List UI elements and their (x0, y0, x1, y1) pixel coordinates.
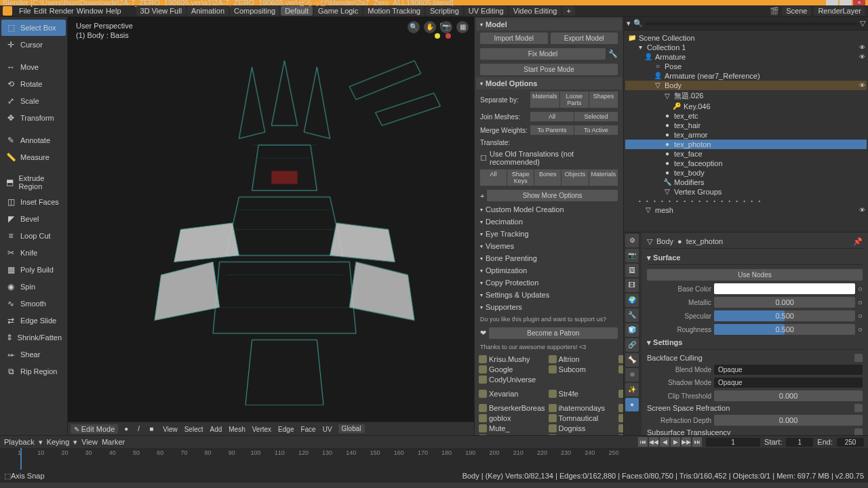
play-rev-icon[interactable]: ◀ (660, 437, 669, 447)
join-opts-all[interactable]: All (530, 112, 574, 121)
mode-dropdown[interactable]: ✎ Edit Mode (71, 424, 118, 434)
tool-edge-slide[interactable]: ⇄Edge Slide (1, 312, 66, 329)
join-opts-selected[interactable]: Selected (574, 112, 618, 121)
sep-opts-shapes[interactable]: Shapes (589, 92, 618, 108)
sep-opts-loose-parts[interactable]: Loose Parts (560, 92, 589, 108)
vp-menu-add[interactable]: Add (206, 425, 225, 434)
scene-collection[interactable]: 📁Scene Collection (625, 33, 867, 43)
trans-opts-shape-keys[interactable]: Shape Keys (507, 169, 534, 186)
props-tab-10[interactable]: ✨ (625, 383, 639, 396)
pin-icon[interactable]: 📌 (853, 237, 863, 246)
metallic-slider[interactable]: 0.000 (714, 297, 855, 308)
minimize-button[interactable]: – (826, 0, 838, 5)
selmode-edge[interactable]: / (134, 424, 143, 433)
tree-vertex-groups[interactable]: ▽Vertex Groups (625, 187, 867, 197)
tree-無題-026[interactable]: ▽無題.026 (625, 90, 867, 102)
tool-select-box[interactable]: ⬚Select Box (1, 20, 66, 36)
tab-animation[interactable]: Animation (187, 6, 229, 16)
play-icon[interactable]: ▶ (671, 437, 680, 447)
section-visemes[interactable]: Visemes (476, 240, 622, 252)
sss-checkbox[interactable] (854, 428, 863, 435)
patron-button[interactable]: Become a Patron (489, 327, 618, 339)
tool-shrink-fatten[interactable]: ⇕Shrink/Fatten (1, 329, 66, 346)
tool-inset-faces[interactable]: ◫Inset Faces (1, 194, 66, 210)
tool-extrude-region[interactable]: ⬒Extrude Region (1, 171, 66, 193)
vp-menu-view[interactable]: View (159, 425, 181, 434)
tab-video-editing[interactable]: Video Editing (509, 6, 561, 16)
vp-menu-select[interactable]: Select (181, 425, 207, 434)
tree-mesh[interactable]: ▽mesh👁 (625, 205, 867, 215)
tree-tex_photon[interactable]: ●tex_photon (625, 140, 867, 149)
menu-render[interactable]: Render (48, 7, 75, 15)
tree-modifiers[interactable]: 🔧Modifiers (625, 178, 867, 187)
tab-default[interactable]: Default (281, 6, 313, 16)
view-menu[interactable]: View (81, 438, 98, 446)
tree-body[interactable]: ▽Body👁 (625, 81, 867, 90)
export-model-button[interactable]: Export Model (551, 33, 618, 44)
next-key-icon[interactable]: ▶▶ (682, 437, 691, 447)
section-settings---updates[interactable]: Settings & Updates (476, 289, 622, 301)
orientation-dropdown[interactable]: Global (338, 424, 365, 433)
prev-key-icon[interactable]: ◀◀ (649, 437, 658, 447)
model-panel-header[interactable]: Model (476, 18, 622, 30)
tool-spin[interactable]: ◉Spin (1, 279, 66, 295)
tab-+[interactable]: + (562, 6, 574, 16)
marker-menu[interactable]: Marker (102, 438, 125, 446)
vp-menu-face[interactable]: Face (297, 425, 319, 434)
menu-window[interactable]: Window (75, 7, 104, 15)
ssr-checkbox[interactable] (854, 404, 863, 412)
section-supporters[interactable]: Supporters (476, 301, 622, 313)
tool-poly-build[interactable]: ▦Poly Build (1, 262, 66, 278)
props-tab-5[interactable]: 🔧 (625, 308, 639, 322)
props-tab-4[interactable]: 🌍 (625, 293, 639, 307)
props-tab-1[interactable]: 📷 (625, 249, 639, 262)
tree-tex_hair[interactable]: ●tex_hair (625, 121, 867, 130)
props-tab-6[interactable]: 🧊 (625, 323, 639, 337)
roughness-slider[interactable]: 0.500 (714, 324, 855, 335)
blend-mode-dropdown[interactable]: Opaque (714, 365, 863, 375)
close-button[interactable]: × (853, 0, 865, 5)
tab-motion-tracking[interactable]: Motion Tracking (363, 6, 425, 16)
section-bone-parenting[interactable]: Bone Parenting (476, 252, 622, 264)
jump-start-icon[interactable]: ⏮ (638, 437, 648, 447)
merge-opts-to-parents[interactable]: To Parents (530, 125, 574, 135)
tool-transform[interactable]: ✥Transform (1, 110, 66, 126)
tree-pose[interactable]: ○Pose (625, 62, 867, 71)
fix-model-button[interactable]: Fix Model (480, 48, 606, 60)
end-frame[interactable]: 250 (837, 438, 864, 447)
merge-opts-to-active[interactable]: To Active (574, 125, 618, 135)
trans-opts-all[interactable]: All (480, 169, 507, 186)
vp-menu-uv[interactable]: UV (319, 425, 336, 434)
selmode-vertex[interactable]: ● (121, 424, 132, 433)
refraction-slider[interactable]: 0.000 (714, 415, 863, 426)
tool-knife[interactable]: ✂Knife (1, 245, 66, 261)
tool-annotate[interactable]: ✎Annotate (1, 132, 66, 148)
clip-slider[interactable]: 0.000 (714, 390, 863, 401)
outliner-search[interactable] (646, 22, 857, 25)
link-icon[interactable]: ○ (858, 285, 863, 293)
tree-key-046[interactable]: 🔑Key.046 (625, 102, 867, 111)
scene-field[interactable]: Scene (782, 6, 811, 16)
section-eye-tracking[interactable]: Eye Tracking (476, 228, 622, 240)
surface-header[interactable]: ▾ Surface (647, 251, 863, 265)
start-pose-button[interactable]: Start Pose Mode (480, 64, 618, 75)
tree-armature-(near7_reference)[interactable]: 👤Armature (near7_Reference) (625, 71, 867, 81)
props-tab-11[interactable]: ● (625, 398, 639, 411)
import-model-button[interactable]: Import Model (480, 33, 548, 44)
tool-rotate[interactable]: ⟲Rotate (1, 76, 66, 92)
section-copy-protection[interactable]: Copy Protection (476, 277, 622, 289)
menu-file[interactable]: File (18, 7, 33, 15)
props-tab-2[interactable]: 🖼 (625, 264, 639, 277)
tool-shear[interactable]: ⬰Shear (1, 346, 66, 363)
tool-smooth[interactable]: ∿Smooth (1, 296, 66, 312)
tool-bevel[interactable]: ◤Bevel (1, 211, 66, 227)
vp-menu-edge[interactable]: Edge (275, 425, 297, 434)
vp-menu-mesh[interactable]: Mesh (225, 425, 248, 434)
wrench-icon[interactable]: 🔧 (608, 49, 618, 58)
specular-slider[interactable]: 0.500 (714, 310, 855, 321)
section-optimization[interactable]: Optimization (476, 264, 622, 277)
section-custom-model-creation[interactable]: Custom Model Creation (476, 203, 622, 216)
tool-cursor[interactable]: ✛Cursor (1, 37, 66, 53)
trans-opts-materials[interactable]: Materials (589, 169, 618, 186)
tree-tex_etc[interactable]: ●tex_etc (625, 111, 867, 121)
